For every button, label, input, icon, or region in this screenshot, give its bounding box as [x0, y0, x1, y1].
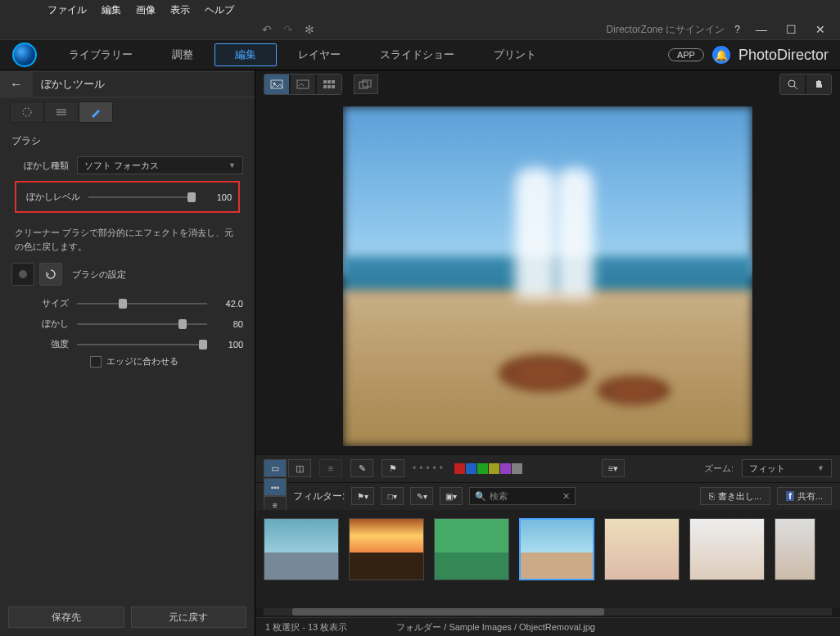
blur-slider[interactable] — [77, 323, 207, 325]
view-single-icon[interactable] — [264, 74, 289, 94]
app-logo — [0, 40, 49, 70]
histogram-icon[interactable]: ≡ — [319, 459, 342, 477]
section-brush: ブラシ — [11, 134, 243, 148]
zoom-dropdown[interactable]: フィット ▼ — [742, 459, 832, 477]
app-badge[interactable]: APP — [668, 48, 704, 61]
search-input[interactable]: 🔍 検索 ✕ — [469, 487, 576, 505]
svg-line-17 — [794, 86, 797, 89]
close-button[interactable]: ✕ — [809, 23, 832, 36]
reset-button[interactable]: 元に戻す — [131, 607, 247, 628]
export-icon: ⎘ — [709, 491, 715, 501]
view-compare-icon[interactable] — [291, 74, 315, 94]
compare-split-icon[interactable]: ◫ — [288, 459, 311, 477]
svg-rect-15 — [363, 80, 371, 87]
zoom-tool-icon[interactable] — [780, 74, 805, 94]
thumbnail[interactable] — [349, 518, 424, 580]
image-preview[interactable] — [343, 106, 752, 446]
filter-stack-icon[interactable]: ▣▾ — [440, 487, 463, 505]
maximize-button[interactable]: ☐ — [779, 23, 802, 36]
tab-library[interactable]: ライブラリー — [49, 40, 152, 70]
redo-icon[interactable]: ↷ — [283, 23, 293, 36]
eraser-round-icon[interactable] — [11, 263, 34, 286]
filter-label: フィルター: — [293, 489, 345, 503]
size-slider[interactable] — [77, 303, 207, 304]
eyedropper-icon[interactable]: ✎ — [350, 459, 373, 477]
mode-radial[interactable] — [10, 101, 44, 123]
mode-linear[interactable] — [44, 101, 79, 123]
flag-icon[interactable]: ⚑ — [382, 459, 404, 477]
thumb-view-icon[interactable]: ▪▪▪ — [264, 478, 287, 496]
zoom-label: ズーム: — [704, 462, 734, 475]
sort-icon[interactable]: ≡▾ — [602, 459, 625, 477]
svg-point-4 — [19, 270, 27, 278]
thumbnail[interactable] — [434, 518, 509, 580]
tab-slideshow[interactable]: スライドショー — [360, 40, 474, 70]
thumbnail[interactable] — [689, 518, 765, 580]
pan-tool-icon[interactable] — [806, 74, 831, 94]
brand-label: PhotoDirector — [738, 47, 829, 64]
svg-rect-7 — [297, 80, 309, 88]
filter-flag-icon[interactable]: ⚑▾ — [351, 487, 374, 505]
view-multi-icon[interactable] — [354, 74, 378, 94]
fit-edges-checkbox[interactable] — [90, 356, 102, 368]
thumbnail[interactable] — [604, 518, 680, 580]
thumbnail-selected[interactable] — [519, 518, 594, 580]
menu-file[interactable]: ファイル — [47, 3, 87, 17]
settings-icon[interactable]: ✻ — [305, 23, 314, 36]
blur-level-slider[interactable] — [88, 196, 196, 198]
blur-value: 80 — [207, 319, 243, 329]
size-label: サイズ — [11, 297, 77, 309]
eraser-reset-icon[interactable] — [39, 263, 62, 286]
brush-settings-label: ブラシの設定 — [72, 268, 126, 281]
back-button[interactable]: ← — [0, 77, 33, 92]
mode-brush[interactable] — [79, 101, 113, 123]
chevron-down-icon: ▼ — [817, 464, 824, 472]
thumbnail-scrollbar[interactable] — [264, 608, 832, 616]
tab-print[interactable]: プリント — [474, 40, 556, 70]
size-value: 42.0 — [207, 299, 243, 309]
svg-rect-13 — [332, 85, 335, 88]
tab-adjust[interactable]: 調整 — [152, 40, 213, 70]
search-placeholder: 検索 — [490, 490, 508, 503]
view-grid-icon[interactable] — [317, 74, 341, 94]
svg-point-0 — [23, 108, 31, 116]
svg-rect-14 — [359, 82, 368, 88]
strength-slider[interactable] — [77, 344, 207, 345]
share-button[interactable]: f共有... — [777, 487, 832, 505]
save-button[interactable]: 保存先 — [8, 607, 124, 628]
menu-image[interactable]: 画像 — [136, 3, 156, 17]
facebook-icon: f — [786, 491, 794, 501]
menu-edit[interactable]: 編集 — [102, 3, 121, 17]
thumbnail-strip — [255, 510, 840, 608]
minimize-button[interactable]: — — [750, 23, 773, 36]
fit-edges-label: エッジに合わせる — [106, 355, 178, 368]
thumbnail[interactable] — [264, 518, 339, 580]
tab-editing[interactable]: 編集 — [215, 43, 277, 66]
rating-dots[interactable]: ••••• — [413, 462, 446, 474]
thumbnail[interactable] — [775, 518, 815, 580]
menu-view[interactable]: 表示 — [170, 3, 190, 17]
svg-rect-9 — [327, 80, 331, 83]
blur-type-dropdown[interactable]: ソフト フォーカス ▼ — [77, 156, 243, 174]
svg-rect-11 — [323, 85, 327, 88]
strength-value: 100 — [207, 340, 243, 350]
help-icon[interactable]: ? — [734, 24, 740, 35]
tab-layer[interactable]: レイヤー — [278, 40, 360, 70]
svg-rect-12 — [327, 85, 331, 88]
compare-single-icon[interactable]: ▭ — [264, 459, 287, 477]
svg-rect-8 — [323, 80, 327, 83]
export-button[interactable]: ⎘書き出し... — [700, 487, 770, 505]
tool-title: ぼかしツール — [33, 72, 255, 97]
blur-label: ぼかし — [11, 318, 77, 330]
blur-type-label: ぼかし種類 — [11, 160, 77, 172]
filter-edit-icon[interactable]: ✎▾ — [410, 487, 433, 505]
undo-icon[interactable]: ↶ — [262, 23, 272, 36]
directorzone-link[interactable]: DirectorZone にサインイン — [607, 23, 725, 37]
clear-search-icon[interactable]: ✕ — [562, 491, 570, 502]
svg-point-16 — [788, 80, 795, 87]
color-labels[interactable] — [454, 463, 522, 474]
menu-help[interactable]: ヘルプ — [205, 3, 234, 17]
blur-level-value: 100 — [196, 192, 232, 202]
notification-icon[interactable]: 🔔 — [712, 46, 730, 64]
filter-label-icon[interactable]: □▾ — [381, 487, 404, 505]
